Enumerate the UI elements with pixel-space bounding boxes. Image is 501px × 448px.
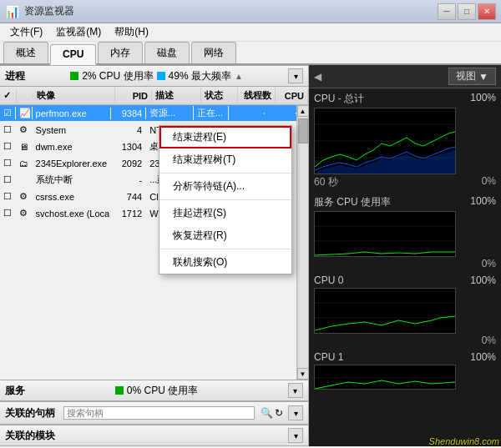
- tab-cpu[interactable]: CPU: [50, 44, 96, 65]
- services-expand-btn[interactable]: ▾: [288, 383, 303, 398]
- tabs-bar: 概述 CPU 内存 磁盘 网络: [0, 42, 501, 65]
- ctx-analyze-wait[interactable]: 分析等待链(A)...: [159, 175, 291, 198]
- maximize-button[interactable]: □: [458, 3, 476, 20]
- view-dropdown-icon: ▼: [478, 71, 488, 83]
- tab-disk[interactable]: 磁盘: [144, 42, 190, 63]
- service-cpu-time-label: 0%: [314, 258, 496, 269]
- process-table-header: ✓ 映像 PID 描述 状态 线程数 CPU: [0, 87, 308, 105]
- process-expand-btn[interactable]: ▾: [288, 68, 303, 83]
- process-scrollbar[interactable]: ▲ ▼: [296, 105, 308, 380]
- main-layout: 进程 2% CPU 使用率 49% 最大频率 ▲ ▾ ✓ 映像 PID 描述 状…: [0, 65, 501, 446]
- menu-bar: 文件(F) 监视器(M) 帮助(H): [0, 23, 501, 42]
- view-label: 视图: [456, 69, 476, 83]
- close-button[interactable]: ✕: [478, 3, 496, 20]
- scroll-down[interactable]: ▼: [297, 368, 309, 380]
- menu-monitor[interactable]: 监视器(M): [49, 23, 108, 41]
- scroll-up[interactable]: ▲: [297, 105, 309, 117]
- ctx-online-search[interactable]: 联机搜索(O): [159, 251, 291, 274]
- row-icon: 🗂: [16, 158, 32, 169]
- scroll-thumb[interactable]: [298, 118, 308, 143]
- left-panel: 进程 2% CPU 使用率 49% 最大频率 ▲ ▾ ✓ 映像 PID 描述 状…: [0, 65, 309, 446]
- services-title: 服务: [5, 384, 25, 398]
- cpu-total-graph: [314, 108, 456, 174]
- row-icon: ⚙: [16, 190, 32, 203]
- context-menu: 结束进程(E) 结束进程树(T) 分析等待链(A)... 挂起进程(S) 恢复进…: [159, 125, 292, 274]
- process-title: 进程: [5, 69, 25, 83]
- sort-icon: ▲: [235, 72, 243, 81]
- ctx-separator-3: [159, 249, 291, 249]
- col-img: 映像: [33, 88, 115, 103]
- row-icon: ⚙: [16, 207, 32, 219]
- row-pid: 744: [111, 191, 147, 203]
- cpu1-graph: [314, 365, 456, 390]
- process-section-header: 进程 2% CPU 使用率 49% 最大频率 ▲ ▾: [0, 65, 308, 87]
- tab-overview[interactable]: 概述: [3, 42, 48, 63]
- row-icon: ⚙: [16, 123, 32, 136]
- right-panel-header: ◀ 视图 ▼: [309, 65, 501, 88]
- search-extra-icon[interactable]: ↻: [275, 407, 283, 419]
- row-cpu: [265, 113, 296, 114]
- search-handles-input[interactable]: [67, 408, 251, 418]
- row-pid: 1304: [111, 141, 147, 153]
- row-img: csrss.exe: [33, 191, 111, 203]
- row-pid: 9384: [111, 108, 147, 119]
- services-cpu-label: 0% CPU 使用率: [127, 384, 198, 398]
- cpu0-label: CPU 0 100%: [314, 274, 496, 286]
- row-img: perfmon.exe: [33, 108, 111, 119]
- row-icon: 🖥: [16, 141, 32, 153]
- max-freq-label: 49% 最大频率: [169, 69, 231, 83]
- row-img: System: [33, 124, 111, 136]
- process-status: 2% CPU 使用率 49% 最大频率 ▲: [70, 69, 243, 83]
- ctx-resume-process[interactable]: 恢复进程(R): [159, 224, 291, 247]
- menu-help[interactable]: 帮助(H): [108, 23, 155, 41]
- col-check: ✓: [0, 88, 17, 103]
- modules-title: 关联的模块: [5, 429, 55, 443]
- ctx-suspend-process[interactable]: 挂起进程(S): [159, 202, 291, 224]
- ctx-end-process[interactable]: 结束进程(E): [159, 126, 291, 148]
- panel-arrow-icon[interactable]: ◀: [314, 71, 321, 83]
- row-check: ☐: [0, 123, 16, 136]
- row-pid: -: [111, 174, 147, 186]
- cpu1-section: CPU 1 100%: [309, 349, 501, 392]
- services-status: 0% CPU 使用率: [115, 384, 198, 398]
- title-bar-buttons: ─ □ ✕: [438, 3, 496, 20]
- col-desc: 描述: [152, 88, 201, 103]
- ctx-end-process-tree[interactable]: 结束进程树(T): [159, 148, 291, 171]
- cpu-time-label: 60 秒 0%: [314, 175, 496, 189]
- title-bar-icon: 📊: [5, 5, 19, 18]
- row-img: svchost.exe (Local...: [33, 208, 111, 219]
- col-threads: 线程数: [238, 88, 275, 103]
- cpu-total-section: CPU - 总计 100% 60 秒 0: [309, 88, 501, 193]
- row-icon: [16, 179, 32, 181]
- row-pid: 2092: [111, 158, 147, 169]
- search-icon[interactable]: 🔍: [261, 407, 273, 419]
- handles-title: 关联的句柄: [5, 406, 55, 420]
- menu-file[interactable]: 文件(F): [3, 23, 49, 41]
- row-check: ☐: [0, 207, 16, 219]
- handles-expand-btn[interactable]: ▾: [288, 405, 303, 420]
- service-cpu-label: 服务 CPU 使用率 100%: [314, 195, 496, 209]
- title-bar-text: 资源监视器: [24, 4, 438, 18]
- cpu-usage-label: 2% CPU 使用率: [82, 69, 153, 83]
- row-check: ☐: [0, 174, 16, 186]
- row-state: 正在...: [194, 106, 230, 120]
- handles-section-header: 关联的句柄 🔍 ↻ ▾: [0, 401, 308, 425]
- row-img: 系统中断: [33, 173, 111, 187]
- service-cpu-section: 服务 CPU 使用率 100% 0%: [309, 193, 501, 272]
- row-check: ☐: [0, 190, 16, 203]
- view-button[interactable]: 视图 ▼: [448, 68, 496, 85]
- right-panel: ◀ 视图 ▼ CPU - 总计 100%: [309, 65, 501, 446]
- row-img: dwm.exe: [33, 141, 111, 153]
- table-row[interactable]: ☑ 📈 perfmon.exe 9384 资源... 正在...: [0, 105, 296, 122]
- modules-expand-btn[interactable]: ▾: [288, 428, 303, 443]
- modules-section-header: 关联的模块 ▾: [0, 425, 308, 446]
- col-state: 状态: [201, 88, 238, 103]
- row-threads: [229, 113, 265, 114]
- service-cpu-graph: [314, 211, 456, 257]
- cpu1-label: CPU 1 100%: [314, 351, 496, 363]
- minimize-button[interactable]: ─: [438, 3, 456, 20]
- cpu-total-label: CPU - 总计 100%: [314, 92, 496, 106]
- row-check: ☐: [0, 157, 16, 169]
- tab-memory[interactable]: 内存: [98, 42, 143, 63]
- tab-network[interactable]: 网络: [191, 42, 236, 63]
